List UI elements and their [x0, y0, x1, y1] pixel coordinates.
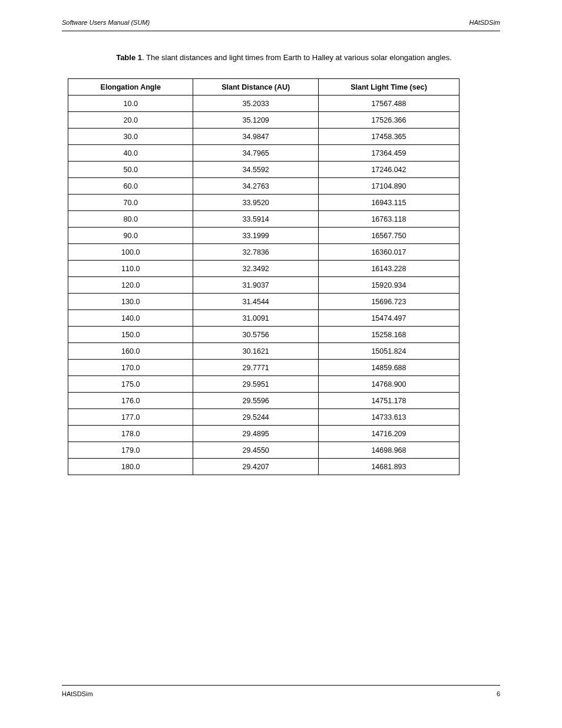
cell-time: 16943.115	[318, 195, 459, 211]
cell-distance: 35.2033	[193, 95, 318, 112]
header-rule	[62, 31, 500, 31]
cell-angle: 160.0	[68, 343, 193, 360]
cell-angle: 90.0	[68, 228, 193, 244]
cell-angle: 30.0	[68, 129, 193, 145]
cell-time: 14733.613	[318, 409, 459, 426]
col-header-angle: Elongation Angle	[68, 79, 193, 95]
cell-distance: 31.4544	[193, 294, 318, 310]
cell-distance: 34.2763	[193, 178, 318, 195]
header-right: HAtSDSim	[469, 19, 500, 26]
footer-right: 6	[497, 690, 500, 697]
cell-time: 16567.750	[318, 228, 459, 244]
cell-time: 14698.968	[318, 442, 459, 459]
cell-angle: 110.0	[68, 261, 193, 277]
cell-time: 14716.209	[318, 426, 459, 442]
header-left: Software Users Manual (SUM)	[62, 19, 150, 26]
cell-distance: 29.7771	[193, 360, 318, 376]
cell-time: 15696.723	[318, 294, 459, 310]
table-caption-text: . The slant distances and light times fr…	[142, 53, 452, 62]
cell-distance: 30.5756	[193, 327, 318, 343]
table-row: 100.032.783616360.017	[68, 244, 459, 261]
content: Table 1. The slant distances and light t…	[68, 53, 500, 475]
cell-distance: 29.5244	[193, 409, 318, 426]
cell-angle: 177.0	[68, 409, 193, 426]
cell-time: 15051.824	[318, 343, 459, 360]
cell-time: 16143.228	[318, 261, 459, 277]
cell-angle: 179.0	[68, 442, 193, 459]
cell-distance: 33.1999	[193, 228, 318, 244]
cell-angle: 70.0	[68, 195, 193, 211]
table-row: 40.034.796517364.459	[68, 145, 459, 162]
table-row: 180.029.420714681.893	[68, 459, 459, 475]
cell-distance: 34.9847	[193, 129, 318, 145]
cell-angle: 140.0	[68, 310, 193, 327]
table-caption: Table 1. The slant distances and light t…	[68, 53, 500, 62]
cell-distance: 34.7965	[193, 145, 318, 162]
col-header-time: Slant Light Time (sec)	[318, 79, 459, 95]
cell-distance: 32.7836	[193, 244, 318, 261]
cell-distance: 31.9037	[193, 277, 318, 294]
slant-distance-table: Elongation Angle Slant Distance (AU) Sla…	[68, 78, 459, 475]
cell-distance: 34.5592	[193, 162, 318, 178]
cell-time: 17567.488	[318, 95, 459, 112]
table-row: 30.034.984717458.365	[68, 129, 459, 145]
table-row: 177.029.524414733.613	[68, 409, 459, 426]
table-body: 10.035.203317567.48820.035.120917526.366…	[68, 95, 459, 475]
col-header-distance: Slant Distance (AU)	[193, 79, 318, 95]
cell-distance: 33.9520	[193, 195, 318, 211]
cell-time: 17104.890	[318, 178, 459, 195]
cell-angle: 150.0	[68, 327, 193, 343]
cell-distance: 29.4207	[193, 459, 318, 475]
table-row: 60.034.276317104.890	[68, 178, 459, 195]
cell-angle: 20.0	[68, 112, 193, 129]
cell-time: 17364.459	[318, 145, 459, 162]
cell-time: 17458.365	[318, 129, 459, 145]
table-row: 20.035.120917526.366	[68, 112, 459, 129]
table-row: 179.029.455014698.968	[68, 442, 459, 459]
table-row: 80.033.591416763.118	[68, 211, 459, 228]
cell-angle: 170.0	[68, 360, 193, 376]
cell-angle: 178.0	[68, 426, 193, 442]
cell-distance: 32.3492	[193, 261, 318, 277]
cell-angle: 40.0	[68, 145, 193, 162]
table-row: 150.030.575615258.168	[68, 327, 459, 343]
table-row: 140.031.009115474.497	[68, 310, 459, 327]
table-row: 50.034.559217246.042	[68, 162, 459, 178]
table-row: 10.035.203317567.488	[68, 95, 459, 112]
table-row: 160.030.162115051.824	[68, 343, 459, 360]
table-row: 175.029.595114768.900	[68, 376, 459, 393]
cell-time: 14768.900	[318, 376, 459, 393]
cell-angle: 120.0	[68, 277, 193, 294]
cell-time: 17526.366	[318, 112, 459, 129]
cell-distance: 29.5951	[193, 376, 318, 393]
cell-angle: 10.0	[68, 95, 193, 112]
table-row: 70.033.952016943.115	[68, 195, 459, 211]
cell-angle: 50.0	[68, 162, 193, 178]
cell-angle: 100.0	[68, 244, 193, 261]
cell-time: 16360.017	[318, 244, 459, 261]
table-row: 90.033.199916567.750	[68, 228, 459, 244]
cell-time: 15474.497	[318, 310, 459, 327]
cell-time: 14859.688	[318, 360, 459, 376]
table-header-row: Elongation Angle Slant Distance (AU) Sla…	[68, 79, 459, 95]
table-row: 178.029.489514716.209	[68, 426, 459, 442]
cell-distance: 29.4895	[193, 426, 318, 442]
page: Software Users Manual (SUM) HAtSDSim Tab…	[0, 0, 562, 728]
cell-angle: 180.0	[68, 459, 193, 475]
table-row: 110.032.349216143.228	[68, 261, 459, 277]
table-row: 120.031.903715920.934	[68, 277, 459, 294]
cell-time: 15920.934	[318, 277, 459, 294]
footer-left: HAtSDSim	[62, 690, 93, 697]
table-row: 176.029.559614751.178	[68, 393, 459, 409]
footer-rule	[62, 685, 500, 686]
cell-time: 14681.893	[318, 459, 459, 475]
cell-distance: 31.0091	[193, 310, 318, 327]
table-caption-prefix: Table 1	[116, 53, 142, 62]
cell-distance: 30.1621	[193, 343, 318, 360]
cell-angle: 80.0	[68, 211, 193, 228]
table-row: 170.029.777114859.688	[68, 360, 459, 376]
cell-angle: 176.0	[68, 393, 193, 409]
cell-time: 16763.118	[318, 211, 459, 228]
cell-distance: 33.5914	[193, 211, 318, 228]
cell-distance: 29.4550	[193, 442, 318, 459]
